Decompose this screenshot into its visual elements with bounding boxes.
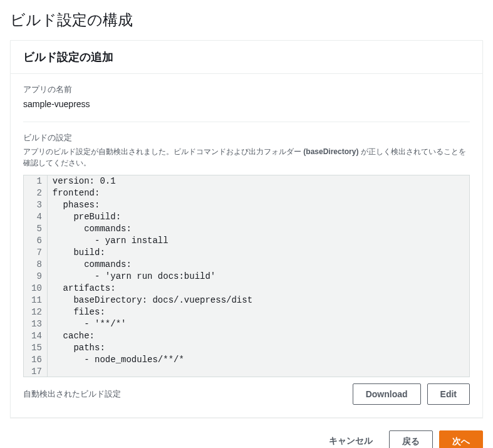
code-line[interactable]: version: 0.1 <box>53 175 464 187</box>
line-number: 10 <box>31 283 42 294</box>
code-line[interactable]: frontend: <box>53 187 464 199</box>
code-line[interactable]: - node_modules/**/* <box>53 354 464 366</box>
divider <box>23 122 470 122</box>
panel-header-title: ビルド設定の追加 <box>23 49 470 65</box>
desc-part-a: アプリのビルド設定が自動検出されました。ビルドコマンドおよび出力フォルダー <box>23 147 303 156</box>
line-number: 9 <box>31 271 42 283</box>
code-line[interactable] <box>53 366 464 377</box>
code-line[interactable]: commands: <box>53 259 464 271</box>
code-content[interactable]: version: 0.1frontend: phases: preBuild: … <box>48 175 469 377</box>
line-number: 4 <box>31 211 42 223</box>
line-number: 11 <box>31 294 42 306</box>
auto-detected-label: 自動検出されたビルド設定 <box>23 388 121 400</box>
cancel-button[interactable]: キャンセル <box>319 432 383 448</box>
line-number: 12 <box>31 306 42 318</box>
build-settings-desc: アプリのビルド設定が自動検出されました。ビルドコマンドおよび出力フォルダー (b… <box>23 146 470 169</box>
line-number: 16 <box>31 354 42 366</box>
code-line[interactable]: build: <box>53 247 464 259</box>
code-line[interactable]: - '**/*' <box>53 318 464 330</box>
back-button[interactable]: 戻る <box>389 430 433 448</box>
build-settings-label: ビルドの設定 <box>23 132 470 143</box>
editor-button-group: Download Edit <box>353 383 470 405</box>
code-line[interactable]: commands: <box>53 223 464 235</box>
code-line[interactable]: - 'yarn run docs:build' <box>53 271 464 283</box>
editor-footer: 自動検出されたビルド設定 Download Edit <box>23 383 470 405</box>
code-line[interactable]: preBuild: <box>53 211 464 223</box>
line-number: 6 <box>31 235 42 247</box>
app-name-value: sample-vuepress <box>23 99 470 109</box>
line-number: 5 <box>31 223 42 235</box>
build-settings-panel: ビルド設定の追加 アプリの名前 sample-vuepress ビルドの設定 ア… <box>10 40 483 418</box>
line-number: 7 <box>31 247 42 259</box>
line-number: 8 <box>31 259 42 271</box>
line-number: 15 <box>31 342 42 354</box>
line-number: 1 <box>31 175 42 187</box>
line-number: 2 <box>31 187 42 199</box>
code-editor[interactable]: 1234567891011121314151617 version: 0.1fr… <box>23 175 470 377</box>
app-name-label: アプリの名前 <box>23 84 470 95</box>
code-line[interactable]: files: <box>53 306 464 318</box>
desc-strong: (baseDirectory) <box>303 147 358 156</box>
code-line[interactable]: artifacts: <box>53 283 464 294</box>
code-gutter: 1234567891011121314151617 <box>24 175 48 377</box>
page-actions: キャンセル 戻る 次へ <box>10 430 483 448</box>
code-line[interactable]: paths: <box>53 342 464 354</box>
code-line[interactable]: phases: <box>53 199 464 211</box>
next-button[interactable]: 次へ <box>439 430 483 448</box>
panel-header: ビルド設定の追加 <box>11 41 482 74</box>
page-title: ビルド設定の構成 <box>10 10 483 30</box>
panel-body: アプリの名前 sample-vuepress ビルドの設定 アプリのビルド設定が… <box>11 74 482 417</box>
line-number: 14 <box>31 330 42 342</box>
code-line[interactable]: cache: <box>53 330 464 342</box>
edit-button[interactable]: Edit <box>427 383 470 405</box>
code-line[interactable]: baseDirectory: docs/.vuepress/dist <box>53 294 464 306</box>
code-line[interactable]: - yarn install <box>53 235 464 247</box>
line-number: 3 <box>31 199 42 211</box>
line-number: 13 <box>31 318 42 330</box>
download-button[interactable]: Download <box>353 383 421 405</box>
line-number: 17 <box>31 366 42 377</box>
